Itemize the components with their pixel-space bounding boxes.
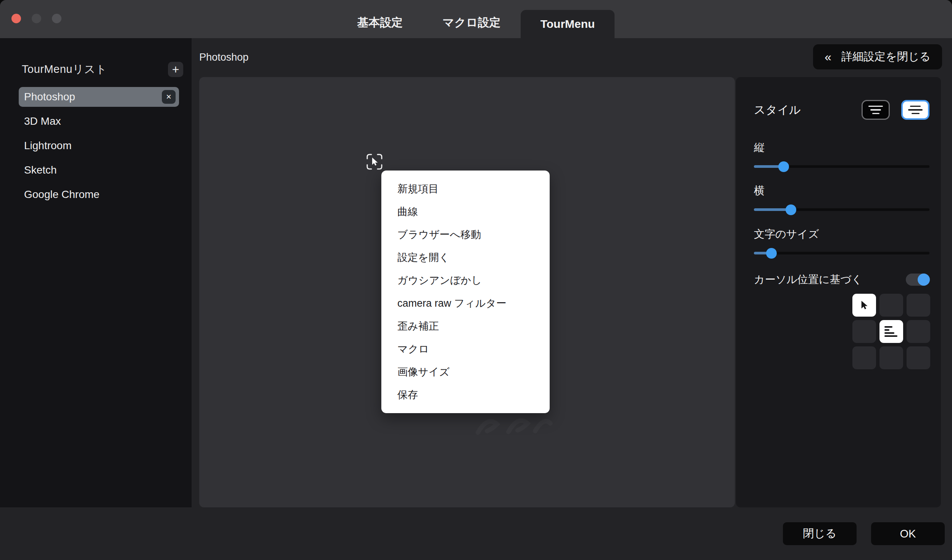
close-button[interactable]: 閉じる xyxy=(783,522,857,545)
close-icon: ✕ xyxy=(166,93,171,101)
app-window: 基本設定 マクロ設定 TourMenu TourMenuリスト + Photos… xyxy=(0,0,952,560)
list-item-lightroom[interactable]: Lightroom xyxy=(19,136,179,156)
list-item-photoshop[interactable]: Photoshop ✕ xyxy=(19,87,179,107)
cursor-arrow-icon xyxy=(860,300,869,310)
list-item-label: Lightroom xyxy=(24,140,72,152)
tab-macro-settings[interactable]: マクロ設定 xyxy=(423,0,521,38)
minimize-window-button[interactable] xyxy=(32,14,41,23)
position-cell-top-center[interactable] xyxy=(879,294,903,317)
font-size-slider-label: 文字のサイズ xyxy=(754,227,819,241)
tab-bar: 基本設定 マクロ設定 TourMenu xyxy=(0,0,952,38)
zoom-window-button[interactable] xyxy=(52,14,61,23)
chevrons-left-icon: « xyxy=(825,50,831,64)
horizontal-slider[interactable] xyxy=(754,208,929,211)
list-item-3d-max[interactable]: 3D Max xyxy=(19,111,179,131)
sidebar-title: TourMenuリスト xyxy=(22,62,107,77)
sidebar: TourMenuリスト + Photoshop ✕ 3D Max Lightro… xyxy=(0,38,192,507)
page-title: Photoshop xyxy=(199,51,248,63)
footer-bar: 閉じる OK xyxy=(0,507,952,560)
tourmenu-list: Photoshop ✕ 3D Max Lightroom Sketch Goog… xyxy=(19,87,179,204)
menu-position-grid xyxy=(852,294,930,369)
cursor-position-icon xyxy=(366,154,382,170)
ok-button[interactable]: OK xyxy=(871,522,945,545)
menu-item-image-size[interactable]: 画像サイズ xyxy=(381,360,550,383)
vertical-slider-label: 縦 xyxy=(754,140,765,155)
canvas-watermark xyxy=(470,409,554,441)
list-item-label: Google Chrome xyxy=(24,188,100,201)
advanced-settings-panel: スタイル 縦 xyxy=(736,77,941,507)
position-cell-middle-right[interactable] xyxy=(907,320,930,343)
menu-item-open-settings[interactable]: 設定を開く xyxy=(381,246,550,269)
position-cell-top-left[interactable] xyxy=(852,294,876,317)
vertical-slider[interactable] xyxy=(754,165,929,168)
toggle-knob-icon xyxy=(918,274,930,286)
style-light-button[interactable] xyxy=(901,100,929,120)
slider-thumb[interactable] xyxy=(778,161,789,172)
font-size-slider[interactable] xyxy=(754,252,929,254)
tab-basic-settings[interactable]: 基本設定 xyxy=(337,0,423,38)
menu-item-curves[interactable]: 曲線 xyxy=(381,200,550,223)
menu-item-macro[interactable]: マクロ xyxy=(381,338,550,360)
menu-item-go-to-browser[interactable]: ブラウザーへ移動 xyxy=(381,223,550,246)
list-item-google-chrome[interactable]: Google Chrome xyxy=(19,185,179,204)
traffic-lights xyxy=(11,14,61,23)
collapse-advanced-settings-button[interactable]: « 詳細設定を閉じる xyxy=(813,44,942,69)
list-item-label: Sketch xyxy=(24,164,57,176)
position-cell-center[interactable] xyxy=(879,320,903,343)
menu-item-save[interactable]: 保存 xyxy=(381,383,550,406)
horizontal-slider-label: 横 xyxy=(754,183,765,198)
collapse-button-label: 詳細設定を閉じる xyxy=(841,49,931,64)
main-area: Photoshop « 詳細設定を閉じる xyxy=(192,38,952,507)
tourmenu-preview: 新規項目 曲線 ブラウザーへ移動 設定を開く ガウシアンぼかし camera r… xyxy=(381,171,550,413)
menu-item-gaussian-blur[interactable]: ガウシアンぼかし xyxy=(381,269,550,292)
slider-thumb[interactable] xyxy=(766,248,777,259)
list-item-label: 3D Max xyxy=(24,115,61,127)
plus-icon: + xyxy=(172,63,179,76)
menu-at-cursor-icon xyxy=(884,326,898,337)
position-cell-bottom-left[interactable] xyxy=(852,346,876,369)
close-window-button[interactable] xyxy=(11,14,21,23)
tab-tourmenu[interactable]: TourMenu xyxy=(521,10,615,38)
slider-thumb[interactable] xyxy=(786,204,796,215)
list-item-label: Photoshop xyxy=(24,91,75,103)
add-item-button[interactable]: + xyxy=(168,62,183,77)
sidebar-header: TourMenuリスト + xyxy=(22,62,183,77)
menu-item-new[interactable]: 新規項目 xyxy=(381,177,550,200)
style-dark-button[interactable] xyxy=(862,100,890,120)
remove-item-button[interactable]: ✕ xyxy=(162,90,176,104)
menu-item-camera-raw-filter[interactable]: camera raw フィルター xyxy=(381,292,550,315)
menu-item-distortion-correction[interactable]: 歪み補正 xyxy=(381,315,550,338)
style-label: スタイル xyxy=(754,102,801,118)
position-cell-middle-left[interactable] xyxy=(852,320,876,343)
menu-lines-icon xyxy=(868,106,883,107)
preview-canvas: 新規項目 曲線 ブラウザーへ移動 設定を開く ガウシアンぼかし camera r… xyxy=(199,77,735,507)
cursor-position-toggle[interactable] xyxy=(906,274,929,286)
position-cell-top-right[interactable] xyxy=(907,294,930,317)
content-row: TourMenuリスト + Photoshop ✕ 3D Max Lightro… xyxy=(0,38,952,507)
menu-lines-icon xyxy=(910,106,921,107)
style-switcher xyxy=(862,100,929,120)
position-cell-bottom-center[interactable] xyxy=(879,346,903,369)
position-cell-bottom-right[interactable] xyxy=(907,346,930,369)
list-item-sketch[interactable]: Sketch xyxy=(19,160,179,180)
cursor-position-toggle-label: カーソル位置に基づく xyxy=(754,272,862,287)
